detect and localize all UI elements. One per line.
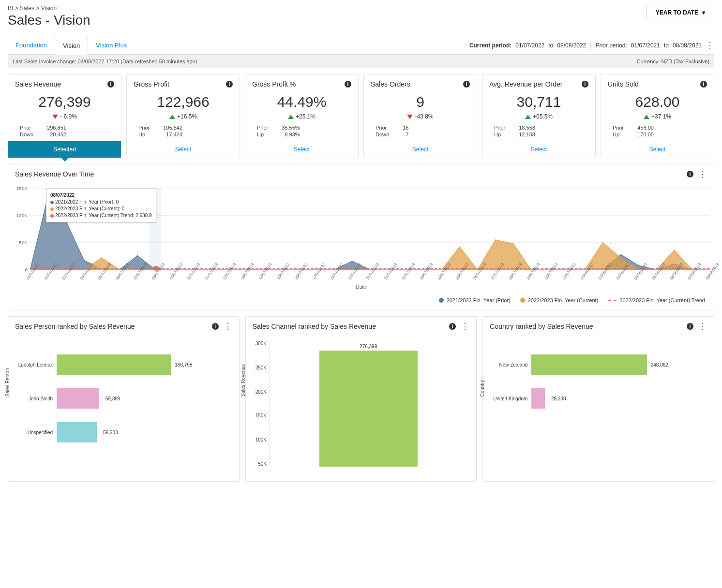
kpi-card: Sales Ordersi 9 -43.8% PriorDown167 Sele… bbox=[363, 74, 477, 158]
tab-foundation[interactable]: Foundation bbox=[8, 37, 55, 54]
bar-label: Unspecified bbox=[13, 430, 57, 435]
bar-value: 248,062 bbox=[651, 362, 668, 368]
kpi-title: Gross Profit % bbox=[252, 80, 296, 88]
tab-vision[interactable]: Vision bbox=[55, 37, 88, 55]
info-icon[interactable]: i bbox=[449, 323, 456, 330]
panel1-title: Sales Person ranked by Sales Revenue bbox=[15, 323, 135, 330]
kpi-change: - 6.9% bbox=[60, 113, 77, 120]
kpi-change: +16.5% bbox=[177, 113, 197, 120]
prior-period-from: 01/07/2021 bbox=[631, 42, 660, 49]
legend-prior: 2021/2022 Fin. Year (Prior) bbox=[447, 297, 511, 303]
trend-up-icon bbox=[525, 115, 531, 119]
info-icon[interactable]: i bbox=[687, 171, 693, 177]
kpi-title: Avg. Revenue per Order bbox=[489, 80, 563, 88]
kpi-value: 276,399 bbox=[15, 94, 114, 110]
period-selector[interactable]: YEAR TO DATE ▾ bbox=[647, 5, 714, 20]
legend-swatch-current bbox=[520, 298, 525, 303]
more-menu-icon[interactable]: ⋮ bbox=[224, 324, 232, 329]
kpi-title: Sales Orders bbox=[371, 80, 410, 88]
info-icon[interactable]: i bbox=[582, 81, 588, 88]
kpi-title: Sales Revenue bbox=[15, 80, 61, 88]
kpi-change: +37.1% bbox=[651, 113, 671, 120]
info-icon[interactable]: i bbox=[212, 323, 219, 330]
panel3-yaxis-title: Country bbox=[480, 380, 485, 397]
select-button[interactable]: Selected bbox=[8, 141, 121, 158]
trend-down-icon bbox=[52, 115, 58, 119]
bar-label: Ludolph Lennox bbox=[13, 362, 57, 368]
tabs: FoundationVisionVision Plus bbox=[8, 37, 135, 54]
period-selector-label: YEAR TO DATE bbox=[656, 9, 698, 16]
overtime-title: Sales Revenue Over Time bbox=[15, 170, 94, 178]
bar[interactable]: 160,798 bbox=[57, 354, 171, 375]
page-title: Sales - Vision bbox=[8, 13, 90, 28]
channel-chart[interactable]: Sales Revenue 300K250K200K150K100K50K 27… bbox=[246, 336, 477, 481]
bar[interactable]: 59,398 bbox=[57, 388, 99, 409]
to-text: to bbox=[548, 42, 553, 49]
kpi-value: 628.00 bbox=[608, 94, 707, 110]
bar[interactable]: 56,203 bbox=[57, 422, 97, 442]
kpi-card: Gross Profit %i 44.49% +25.1% PriorUp35.… bbox=[245, 74, 359, 158]
current-period-to: 08/08/2022 bbox=[557, 42, 586, 49]
bar-value: 160,798 bbox=[175, 362, 192, 368]
tab-vision-plus[interactable]: Vision Plus bbox=[88, 37, 135, 54]
kpi-value: 9 bbox=[371, 94, 470, 110]
country-chart[interactable]: Country New Zealand 248,062United Kingdo… bbox=[483, 336, 714, 481]
more-menu-icon[interactable]: ⋮ bbox=[698, 172, 707, 176]
prior-period-to: 08/08/2021 bbox=[673, 42, 702, 49]
svg-text:0: 0 bbox=[25, 267, 28, 272]
select-button[interactable]: Select bbox=[245, 141, 358, 158]
kpi-value: 30,711 bbox=[489, 94, 588, 110]
current-period-label: Current period: bbox=[469, 42, 511, 49]
more-menu-icon[interactable]: ⋮ bbox=[698, 324, 707, 329]
kpi-card: Sales Revenuei 276,399 - 6.9% PriorDown2… bbox=[8, 74, 121, 158]
info-icon[interactable]: i bbox=[345, 81, 351, 88]
kpi-change: +25.1% bbox=[296, 113, 316, 120]
bar[interactable]: 248,062 bbox=[531, 354, 647, 375]
kpi-value: 44.49% bbox=[252, 94, 351, 110]
svg-text:150K: 150K bbox=[16, 186, 28, 191]
trend-up-icon bbox=[288, 115, 294, 119]
info-icon[interactable]: i bbox=[700, 81, 707, 88]
breadcrumb[interactable]: BI > Sales > Vision bbox=[8, 5, 90, 12]
kpi-card: Avg. Revenue per Orderi 30,711 +65.5% Pr… bbox=[482, 74, 596, 158]
trend-up-icon bbox=[644, 115, 649, 119]
panel1-yaxis-title: Sales Person bbox=[5, 368, 10, 397]
trend-up-icon bbox=[169, 115, 175, 119]
currency-info: Currency: NZD (Tax Exclusive) bbox=[637, 59, 709, 64]
more-menu-icon[interactable]: ⋮ bbox=[706, 43, 714, 48]
more-menu-icon[interactable]: ⋮ bbox=[461, 324, 469, 329]
to-text: to bbox=[664, 42, 669, 49]
info-icon[interactable]: i bbox=[463, 81, 470, 88]
prior-period-label: Prior period: bbox=[595, 42, 627, 49]
bar-value: 56,203 bbox=[103, 430, 118, 435]
bar-value: 59,398 bbox=[105, 396, 120, 401]
kpi-change: -43.8% bbox=[415, 113, 433, 120]
info-icon[interactable]: i bbox=[107, 81, 114, 88]
select-button[interactable]: Select bbox=[482, 141, 595, 158]
legend-current: 2022/2023 Fin. Year (Current) bbox=[528, 297, 599, 303]
salesperson-chart[interactable]: Sales Person Ludolph Lennox 160,798John … bbox=[8, 336, 239, 481]
select-button[interactable]: Select bbox=[364, 141, 477, 158]
info-icon[interactable]: i bbox=[226, 81, 233, 88]
info-icon[interactable]: i bbox=[687, 323, 693, 330]
bar-value: 28,338 bbox=[551, 396, 566, 401]
legend-swatch-trend bbox=[608, 300, 617, 301]
bar-label: United Kingdom bbox=[488, 396, 531, 401]
bar[interactable]: 276,399 bbox=[319, 351, 418, 467]
svg-text:50K: 50K bbox=[19, 240, 28, 245]
kpi-value: 122,966 bbox=[134, 94, 233, 110]
kpi-card: Units Soldi 628.00 +37.1% PriorUp458.001… bbox=[601, 74, 714, 158]
svg-text:100K: 100K bbox=[16, 213, 28, 218]
bar-label: New Zealand bbox=[488, 362, 531, 368]
kpi-title: Units Sold bbox=[608, 80, 639, 88]
bar[interactable]: 28,338 bbox=[531, 388, 544, 409]
panel2-title: Sales Channel ranked by Sales Revenue bbox=[253, 323, 376, 330]
trend-down-icon bbox=[407, 115, 413, 119]
select-button[interactable]: Select bbox=[127, 141, 240, 158]
refresh-info: Last Sales Invoice change: 04/08/2022 17… bbox=[13, 59, 197, 64]
select-button[interactable]: Select bbox=[601, 141, 714, 158]
bar-label: John Smith bbox=[13, 396, 57, 401]
legend-trend: 2022/2023 Fin. Year (Current) Trend bbox=[619, 297, 705, 303]
panel3-title: Country ranked by Sales Revenue bbox=[490, 323, 593, 330]
overtime-xaxis-title: Date bbox=[8, 284, 714, 294]
